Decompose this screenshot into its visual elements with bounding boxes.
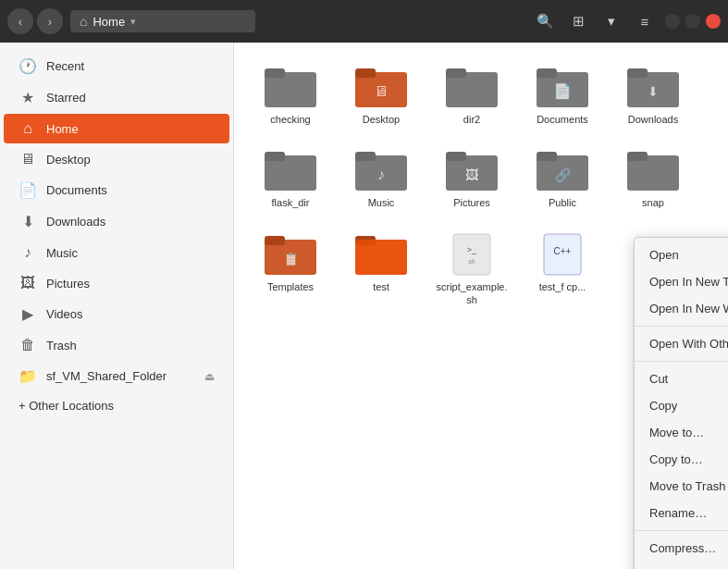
svg-rect-6 [446, 68, 466, 78]
minimize-button[interactable] [665, 14, 680, 29]
home-icon: ⌂ [80, 14, 87, 29]
close-button[interactable] [706, 14, 721, 29]
svg-rect-11 [627, 68, 648, 78]
sidebar-item-recent[interactable]: 🕐 Recent [4, 51, 229, 81]
view-button[interactable]: ⊞ [563, 6, 593, 36]
file-label-public: Public [549, 196, 576, 209]
cpp-file-icon: C++ [537, 232, 588, 277]
search-button[interactable]: 🔍 [530, 6, 560, 36]
file-label-flask-dir: flask_dir [272, 196, 310, 209]
sidebar-item-other[interactable]: + Other Locations [4, 392, 229, 419]
back-button[interactable]: ‹ [7, 8, 33, 34]
sidebar-item-videos[interactable]: ▶ Videos [4, 299, 229, 329]
file-item-documents[interactable]: 📄 Documents [521, 57, 604, 133]
folder-dir2-icon [446, 65, 498, 109]
file-item-downloads[interactable]: ⬇ Downloads [611, 57, 695, 133]
sidebar-item-music[interactable]: ♪ Music [4, 238, 229, 267]
toolbar-right: 🔍 ⊞ ▾ ≡ [530, 6, 721, 36]
ctx-sep-2 [635, 361, 728, 362]
maximize-button[interactable] [685, 14, 700, 29]
ctx-compress[interactable]: Compress… [635, 535, 728, 562]
hamburger-icon: ≡ [641, 14, 649, 30]
breadcrumb-arrow: ▾ [130, 16, 136, 28]
file-label-desktop: Desktop [363, 113, 400, 126]
folder-pictures-icon: 🖼 [446, 148, 498, 192]
documents-icon: 📄 [19, 181, 37, 199]
sidebar-label-pictures: Pictures [46, 277, 90, 291]
svg-text:🖼: 🖼 [465, 167, 478, 182]
ctx-copy-to-label: Copy to… [649, 452, 703, 466]
file-item-pictures[interactable]: 🖼 Pictures [430, 141, 513, 216]
file-label-checking: checking [270, 113, 310, 126]
sidebar-label-trash: Trash [46, 339, 77, 353]
sidebar: 🕐 Recent ★ Starred ⌂ Home 🖥 Desktop 📄 Do… [0, 43, 234, 569]
file-label-script: script_example.sh [434, 280, 510, 307]
ctx-network-share[interactable]: Local Network Share [635, 562, 728, 569]
svg-rect-16 [355, 152, 376, 161]
file-item-test[interactable]: test [339, 225, 423, 315]
folder-documents-icon: 📄 [537, 65, 588, 109]
ctx-rename[interactable]: Rename… F2 [635, 500, 728, 526]
view-dropdown-button[interactable]: ▾ [597, 6, 626, 36]
ctx-copy-to[interactable]: Copy to… [635, 446, 728, 473]
view-icon: ⊞ [573, 13, 585, 30]
file-item-snap[interactable]: snap [611, 141, 695, 216]
ctx-copy-label: Copy [649, 399, 677, 413]
sf-vm-icon: 📁 [19, 367, 37, 385]
sidebar-item-downloads[interactable]: ⬇ Downloads [4, 206, 229, 237]
ctx-open-tab[interactable]: Open In New Tab Ctrl+Return [635, 268, 728, 295]
sidebar-label-videos: Videos [46, 307, 83, 321]
search-icon: 🔍 [537, 13, 554, 30]
sidebar-item-sf-vm[interactable]: 📁 sf_VM_Shared_Folder ⏏ [4, 361, 229, 391]
svg-rect-1 [265, 68, 285, 78]
forward-button[interactable]: › [37, 8, 63, 34]
folder-checking-icon [265, 65, 316, 109]
content-area: checking 🖥 Desktop dir2 [234, 43, 728, 569]
svg-rect-8 [537, 68, 557, 78]
pictures-icon: 🖼 [19, 275, 37, 291]
ctx-copy[interactable]: Copy Ctrl+C [635, 392, 728, 419]
breadcrumb[interactable]: ⌂ Home ▾ [70, 10, 255, 32]
file-item-dir2[interactable]: dir2 [430, 57, 513, 133]
ctx-cut[interactable]: Cut Ctrl+X [635, 365, 728, 392]
menu-button[interactable]: ≡ [630, 6, 660, 36]
file-label-music: Music [368, 196, 395, 209]
sidebar-item-documents[interactable]: 📄 Documents [4, 175, 229, 205]
ctx-open-with[interactable]: Open With Other Application [635, 330, 728, 357]
file-item-templates[interactable]: 📋 Templates [249, 225, 332, 315]
ctx-open[interactable]: Open Return [635, 241, 728, 268]
sidebar-item-desktop[interactable]: 🖥 Desktop [4, 144, 229, 174]
recent-icon: 🕐 [19, 57, 37, 75]
script-file-icon: >_ sh [446, 232, 498, 277]
chevron-down-icon: ▾ [608, 13, 615, 30]
sidebar-label-starred: Starred [46, 91, 86, 105]
sidebar-item-pictures[interactable]: 🖼 Pictures [4, 268, 229, 298]
file-label-downloads: Downloads [628, 113, 678, 126]
ctx-move-to[interactable]: Move to… [635, 419, 728, 446]
sidebar-item-trash[interactable]: 🗑 Trash [4, 330, 229, 360]
file-item-flask-dir[interactable]: flask_dir [249, 141, 332, 216]
file-item-checking[interactable]: checking [249, 57, 332, 133]
sidebar-label-desktop: Desktop [46, 153, 91, 167]
file-item-desktop[interactable]: 🖥 Desktop [339, 57, 423, 133]
folder-test-icon [355, 232, 407, 277]
sidebar-item-starred[interactable]: ★ Starred [4, 82, 229, 113]
svg-rect-14 [265, 152, 285, 161]
file-item-music[interactable]: ♪ Music [339, 141, 423, 216]
svg-rect-22 [537, 152, 557, 161]
ctx-cut-label: Cut [649, 372, 668, 386]
folder-public-icon: 🔗 [537, 148, 588, 192]
svg-rect-3 [355, 68, 376, 78]
svg-text:🔗: 🔗 [555, 167, 572, 183]
home-sidebar-icon: ⌂ [19, 120, 37, 137]
file-item-testcpp[interactable]: C++ test_f cp... [521, 225, 604, 315]
svg-text:sh: sh [468, 258, 475, 265]
trash-icon: 🗑 [19, 337, 37, 353]
sidebar-label-home: Home [46, 122, 79, 136]
file-item-public[interactable]: 🔗 Public [521, 141, 604, 216]
sidebar-item-home[interactable]: ⌂ Home [4, 114, 229, 143]
file-item-script[interactable]: >_ sh script_example.sh [430, 225, 513, 315]
ctx-open-window[interactable]: Open In New Window Shift+Return [635, 295, 728, 322]
ctx-open-label: Open [649, 248, 679, 262]
ctx-trash[interactable]: Move to Trash Delete [635, 473, 728, 500]
